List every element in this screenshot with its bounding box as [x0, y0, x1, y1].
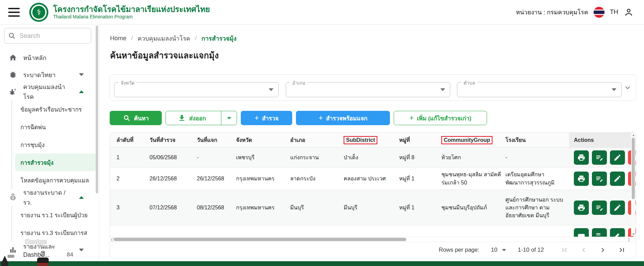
- bug-icon: [9, 71, 17, 79]
- dropdown-arrow-icon: [269, 88, 273, 91]
- main-content: Home / ควบคุมแมลงนำโรค / การสำรวจมุ้ง ค้…: [99, 25, 644, 261]
- col-actions: Actions: [569, 133, 636, 147]
- scroll-right-arrow-icon[interactable]: ❭: [627, 237, 630, 242]
- thai-flag-icon[interactable]: [594, 7, 604, 18]
- collapse-filters-icon[interactable]: [624, 84, 632, 92]
- sidebar-search[interactable]: [4, 28, 91, 44]
- chevron-up-icon: [79, 90, 84, 93]
- table-row: 2 26/12/2568 26/12/2568 กรุงเทพมหานคร ลา…: [110, 167, 636, 190]
- prev-page-button[interactable]: [579, 246, 588, 254]
- org-unit-label: หน่วยงาน : กรมควบคุมโรค: [516, 7, 588, 17]
- subdistrict-select[interactable]: ตำบล: [457, 82, 622, 97]
- edit-note-button[interactable]: [592, 201, 607, 215]
- table-row: 3 07/12/2568 08/12/2568 กรุงเทพมหานคร มี…: [110, 190, 636, 225]
- horizontal-scrollbar[interactable]: ❬ ❭: [110, 237, 636, 242]
- sidebar-subitem-load-data[interactable]: โหลดข้อมูลการควบคุมแมล: [12, 171, 99, 189]
- game-sprite-block: [7, 255, 14, 258]
- page-title: ค้นหาข้อมูลสำรวจและแจกมุ้ง: [110, 48, 219, 62]
- chevron-down-icon: [79, 249, 84, 251]
- sidebar-item-vector-control[interactable]: ควบคุมแมลงนำโรค: [0, 83, 99, 100]
- scrollbar-thumb[interactable]: [113, 238, 406, 241]
- plus-icon: +: [318, 114, 323, 122]
- edit-note-button[interactable]: [592, 150, 607, 165]
- chevron-up-icon: [79, 196, 84, 199]
- col-school: โรงเรียน: [505, 133, 569, 147]
- breadcrumb-home[interactable]: Home: [110, 35, 126, 42]
- game-overlay-title: Dodge: [25, 238, 47, 246]
- export-button[interactable]: ส่งออก: [166, 111, 237, 125]
- table-header: ลำดับที่ วันที่สำรวจ วันที่แจก จังหวัด อ…: [110, 133, 636, 148]
- vector-control-submenu: ข้อมูลครัวเรือนประชากร การฉีดพ่น การชุบม…: [11, 100, 99, 189]
- add-edit-old-survey-button[interactable]: + เพิ่ม (แก้ไขสำรวจเก่า): [394, 111, 487, 125]
- edit-button[interactable]: [610, 150, 625, 165]
- game-overlay-counter: 84: [67, 251, 73, 258]
- col-survey-date: วันที่สำรวจ: [150, 133, 197, 147]
- sidebar-subitem-spraying[interactable]: การฉีดพ่น: [12, 118, 99, 136]
- edit-note-button[interactable]: [592, 172, 607, 186]
- edit-button[interactable]: [610, 201, 625, 215]
- sidebar-scrollbar[interactable]: [96, 26, 98, 193]
- menu-icon[interactable]: [8, 8, 20, 17]
- pest-control-icon: [9, 88, 17, 96]
- scroll-up-arrow-icon[interactable]: ▲: [632, 133, 635, 137]
- bottom-green-strip: [0, 261, 644, 266]
- first-page-button[interactable]: [560, 246, 569, 254]
- vertical-scrollbar[interactable]: ▲ ▼: [631, 133, 635, 236]
- plus-icon: +: [254, 114, 259, 122]
- export-dropdown-toggle[interactable]: [221, 111, 237, 125]
- col-moo: หมู่ที่: [399, 133, 441, 147]
- scrollbar-thumb[interactable]: [632, 138, 635, 199]
- print-button[interactable]: [574, 172, 589, 186]
- home-icon: [9, 54, 17, 62]
- bar-chart-icon: [9, 246, 17, 254]
- download-icon: [178, 114, 186, 122]
- dropdown-arrow-icon: [612, 88, 616, 91]
- edit-note-button[interactable]: [592, 228, 607, 237]
- survey-distribute-button[interactable]: + สำรวจพร้อมแจก: [296, 111, 390, 125]
- user-account-icon[interactable]: [624, 7, 634, 17]
- col-subdistrict: SubDistrict: [344, 133, 399, 147]
- sidebar-subitem-net-dipping[interactable]: การชุบมุ้ง: [12, 136, 99, 153]
- edit-button[interactable]: [610, 228, 625, 237]
- sidebar-item-home[interactable]: หน้าหลัก: [0, 49, 99, 66]
- scroll-down-arrow-icon[interactable]: ▼: [632, 232, 635, 236]
- col-community-group: CommunityGroup: [441, 133, 505, 147]
- survey-button[interactable]: + สำรวจ: [241, 111, 292, 125]
- report-submenu: รายงาน รว.1 ระเบียนผู้ป่วย รายงาน รว.3 ร…: [11, 206, 99, 241]
- sidebar-item-epidemiology[interactable]: ระบาดวิทยา: [0, 66, 99, 83]
- province-select[interactable]: จังหวัด: [114, 82, 279, 97]
- breadcrumb-current: การสำรวจมุ้ง: [202, 33, 237, 43]
- toolbar: ค้นหา ส่งออก + สำรวจ + สำรวจพร้อมแจก + เ…: [110, 111, 487, 125]
- table-row-partial: [110, 225, 636, 237]
- print-button[interactable]: [574, 150, 589, 165]
- breadcrumb-vector-control[interactable]: ควบคุมแมลงนำโรค: [138, 33, 190, 43]
- pagination-bar: Rows per page: 10 1-10 of 12: [110, 242, 636, 258]
- scroll-left-arrow-icon[interactable]: ❬: [110, 237, 113, 242]
- search-icon: [8, 32, 16, 40]
- search-button[interactable]: ค้นหา: [110, 111, 162, 125]
- last-page-button[interactable]: [617, 246, 626, 254]
- dropdown-arrow-icon: [440, 88, 445, 91]
- rows-per-page-select[interactable]: 10: [491, 247, 506, 253]
- language-label[interactable]: TH: [610, 9, 618, 16]
- plus-icon: +: [409, 114, 414, 122]
- app-header: ⚕ โครงการกำจัดโรคไข้มาลาเรียแห่งประเทศไท…: [0, 0, 644, 25]
- search-icon: [123, 114, 131, 122]
- rows-per-page-label: Rows per page:: [439, 247, 479, 253]
- sidebar-subitem-household[interactable]: ข้อมูลครัวเรือนประชากร: [12, 100, 99, 118]
- results-table: ลำดับที่ วันที่สำรวจ วันที่แจก จังหวัด อ…: [110, 132, 636, 258]
- sidebar-subitem-net-survey[interactable]: การสำรวจมุ้ง: [15, 153, 97, 171]
- bug-outline-icon: [9, 193, 17, 202]
- district-select[interactable]: อำเภอ: [286, 82, 450, 97]
- search-input[interactable]: [19, 32, 88, 40]
- edit-button[interactable]: [610, 172, 625, 186]
- sidebar-subitem-report-rw1[interactable]: รายงาน รว.1 ระเบียนผู้ป่วย: [12, 206, 99, 224]
- print-button[interactable]: [574, 228, 589, 237]
- pagination-range: 1-10 of 12: [518, 247, 544, 253]
- app-subtitle: Thailand Malaria Elimination Program: [53, 14, 210, 19]
- dropdown-arrow-icon: [502, 249, 506, 251]
- col-distribute-date: วันที่แจก: [197, 133, 236, 147]
- print-button[interactable]: [574, 201, 589, 215]
- next-page-button[interactable]: [598, 246, 607, 254]
- sidebar-item-epid-report[interactable]: รายงานระบาด / รว.: [0, 189, 99, 206]
